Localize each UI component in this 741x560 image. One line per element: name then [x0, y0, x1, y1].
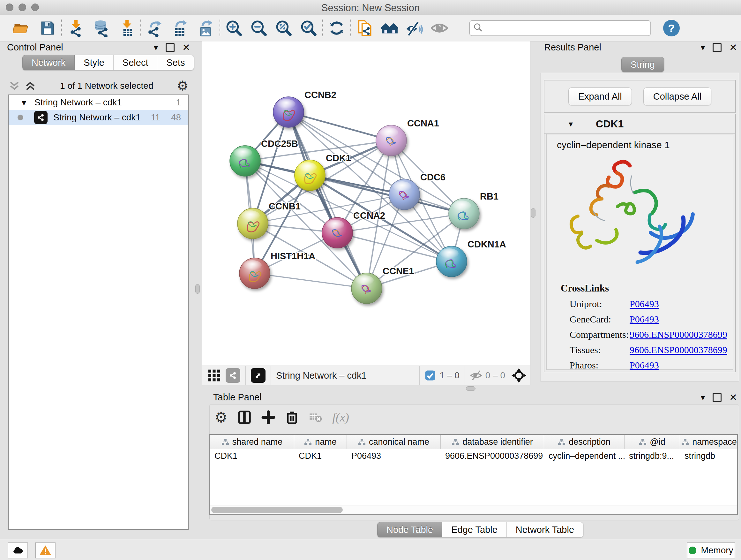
selected-checkbox-icon[interactable] [425, 370, 435, 381]
tab-edge-table[interactable]: Edge Table [442, 522, 507, 537]
tab-network-table[interactable]: Network Table [507, 522, 583, 537]
tab-network[interactable]: Network [22, 55, 75, 70]
expand-all-button[interactable]: Expand All [568, 87, 632, 105]
expand-all-icon[interactable] [24, 79, 37, 92]
crosslink-row: Compartments:9606.ENSP00000378699 [569, 329, 733, 340]
column-header--id[interactable]: @id [624, 435, 680, 449]
save-session-icon[interactable] [38, 18, 57, 38]
network-node-CDC6[interactable]: CDC6 [389, 172, 446, 210]
network-node-CCNA1[interactable]: CCNA1 [376, 118, 439, 156]
warning-button[interactable] [35, 543, 56, 558]
crosslink-link[interactable]: P06493 [630, 360, 659, 371]
node-table: shared namenamecanonical namedatabase id… [209, 434, 738, 515]
horizontal-scrollbar[interactable] [210, 505, 737, 514]
tree-expander-icon[interactable]: ▾ [9, 98, 26, 108]
crosslink-link[interactable]: 9606.ENSP00000378699 [630, 345, 727, 355]
export-image-icon[interactable] [197, 18, 215, 38]
tab-node-table[interactable]: Node Table [377, 522, 442, 537]
cloud-icon [12, 544, 24, 557]
panel-menu-icon[interactable]: ▾ [701, 44, 705, 52]
panel-close-icon[interactable]: ✕ [182, 43, 190, 52]
collapse-all-icon[interactable] [8, 79, 21, 92]
add-icon[interactable] [261, 410, 275, 424]
gene-expander-icon[interactable]: ▾ [569, 120, 573, 128]
network-node-CDK1[interactable]: CDK1 [294, 153, 351, 191]
tab-style[interactable]: Style [75, 55, 113, 70]
crosslink-link[interactable]: P06493 [630, 314, 659, 325]
panel-close-icon[interactable]: ✕ [729, 393, 737, 402]
zoom-fit-icon[interactable] [274, 18, 293, 38]
network-node-CCNE1[interactable]: CCNE1 [351, 266, 414, 304]
memory-status-icon [689, 547, 696, 554]
tab-string[interactable]: String [621, 57, 664, 72]
search-input[interactable] [469, 20, 651, 36]
bottom-divider-handle[interactable] [466, 386, 475, 391]
panel-menu-icon[interactable]: ▾ [154, 44, 158, 52]
network-tree: ▾ String Network – cdk1 1 String Network… [8, 95, 189, 530]
show-all-icon[interactable] [430, 18, 449, 38]
table-cell: cyclin–dependent ... [544, 449, 624, 463]
node-label-CDC6: CDC6 [420, 172, 446, 182]
memory-button[interactable]: Memory [687, 543, 735, 558]
network-collection-row[interactable]: ▾ String Network – cdk1 1 [9, 95, 188, 110]
node-label-HIST1H1A: HIST1H1A [271, 251, 315, 261]
crosslink-row: Tissues:9606.ENSP00000378699 [569, 345, 733, 355]
network-node-CDKN1A[interactable]: CDKN1A [436, 239, 506, 277]
right-divider-handle[interactable] [531, 208, 536, 218]
import-database-icon[interactable] [92, 18, 111, 38]
gear-icon[interactable]: ⚙ [214, 410, 227, 425]
open-session-icon[interactable] [11, 18, 30, 38]
tab-select[interactable]: Select [114, 55, 158, 70]
hide-selected-icon[interactable] [405, 18, 424, 38]
duplicate-network-icon[interactable] [355, 18, 374, 38]
column-header-canonical-name[interactable]: canonical name [347, 435, 441, 449]
column-header-shared-name[interactable]: shared name [210, 435, 294, 449]
network-edge-count: 48 [171, 112, 181, 123]
network-node-RB1[interactable]: RB1 [449, 191, 498, 229]
results-tabs: String [621, 57, 664, 72]
column-header-namespace[interactable]: namespace [680, 435, 738, 449]
network-badge-icon[interactable] [226, 368, 240, 383]
import-table-icon[interactable] [118, 18, 136, 38]
export-network-icon[interactable] [145, 18, 164, 38]
column-header-description[interactable]: description [544, 435, 624, 449]
column-header-database-identifier[interactable]: database identifier [441, 435, 544, 449]
help-icon[interactable]: ? [663, 20, 680, 37]
collapse-all-button[interactable]: Collapse All [643, 87, 712, 105]
cloud-button[interactable] [8, 543, 28, 558]
scrollbar-thumb[interactable] [211, 507, 343, 513]
first-neighbors-icon[interactable] [381, 18, 399, 38]
network-canvas[interactable]: CCNB2 CCNA1 CDC25B CDK1 CDC6 RB1 CCNB1 [202, 42, 530, 366]
panel-float-icon[interactable] [165, 43, 175, 52]
function-builder-icon: f(x) [332, 410, 349, 424]
network-node-HIST1H1A[interactable]: HIST1H1A [239, 251, 315, 289]
grid-view-icon[interactable] [207, 368, 221, 382]
detach-view-icon[interactable] [251, 368, 266, 383]
crosslink-link[interactable]: P06493 [630, 299, 659, 309]
refresh-icon[interactable] [327, 18, 346, 38]
columns-icon[interactable] [237, 410, 252, 425]
gear-icon[interactable]: ⚙ [177, 79, 189, 92]
panel-menu-icon[interactable]: ▾ [701, 393, 705, 401]
network-row-selected[interactable]: String Network – cdk1 11 48 [9, 110, 188, 125]
panel-float-icon[interactable] [713, 43, 722, 52]
column-header-name[interactable]: name [294, 435, 347, 449]
import-network-icon[interactable] [66, 18, 85, 38]
panel-close-icon[interactable]: ✕ [729, 43, 737, 52]
table-cell: CDK1 [210, 449, 294, 463]
network-view-toolbar: String Network – cdk1 1 – 0 0 – 0 [202, 366, 530, 385]
hidden-eye-icon[interactable] [470, 369, 482, 381]
gene-header[interactable]: ▾ CDK1 [544, 114, 735, 134]
zoom-selected-icon[interactable] [299, 18, 318, 38]
export-table-icon[interactable] [171, 18, 190, 38]
crosslink-link[interactable]: 9606.ENSP00000378699 [630, 329, 727, 340]
delete-icon[interactable] [285, 410, 299, 424]
birds-eye-icon[interactable] [512, 368, 526, 383]
zoom-out-icon[interactable] [250, 18, 268, 38]
table-row[interactable]: CDK1CDK1P064939606.ENSP00000378699cyclin… [210, 449, 737, 463]
left-divider-handle[interactable] [195, 284, 200, 294]
zoom-in-icon[interactable] [225, 18, 243, 38]
gene-section: ▾ CDK1 cyclin–dependent kinase 1 [544, 114, 736, 372]
tab-sets[interactable]: Sets [157, 55, 194, 70]
panel-float-icon[interactable] [713, 393, 722, 402]
